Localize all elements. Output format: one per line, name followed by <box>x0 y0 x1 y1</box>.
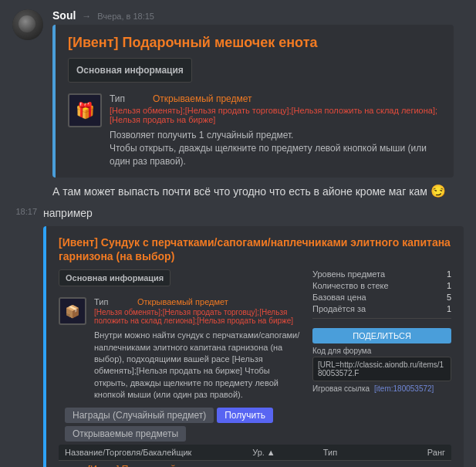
chat-area: Soul → Вчера, в 18:15 [Ивент] Подарочный… <box>0 0 476 467</box>
message-1: Soul → Вчера, в 18:15 [Ивент] Подарочный… <box>0 6 476 181</box>
tab-rewards[interactable]: Награды (Случайный предмет) <box>65 408 214 423</box>
game-link-label: Игровая ссылка <box>312 384 370 393</box>
description: Позволяет получить 1 случайный предмет. … <box>110 129 441 168</box>
type-label-2: Тип <box>94 297 133 306</box>
forum-code-label: Код для форума <box>312 347 451 355</box>
time-label: 18:17 <box>6 207 37 216</box>
embed-right: Уровень предмета 1 Количество в стеке 1 … <box>312 269 451 401</box>
divider <box>312 318 451 319</box>
text-naprimer: например <box>43 204 470 223</box>
col-header-name: Название/Торговля/Бакалейщик <box>65 448 241 457</box>
avatar-image <box>12 9 43 40</box>
message-content: Soul → Вчера, в 18:15 [Ивент] Подарочный… <box>52 9 464 178</box>
message-header: Soul → Вчера, в 18:15 <box>52 9 464 22</box>
count-value: 1 <box>447 281 451 290</box>
type-value-2: Открываемый предмет <box>137 297 228 306</box>
level-value: 1 <box>447 269 451 279</box>
level-row: Уровень предмета 1 <box>312 269 451 279</box>
message-timestamp: Вчера, в 18:15 <box>97 12 154 21</box>
embed-title-2: [Ивент] Сундук с перчатками/сапогами/нап… <box>59 235 451 263</box>
sell-value: 1 <box>447 304 451 313</box>
item-icon-1: 🎁 <box>68 93 102 127</box>
info-box-1: Основная информация <box>68 58 192 83</box>
restrictions: [Нельзя обменять];[Нельзя продать торгов… <box>110 106 441 124</box>
desc-line1: Позволяет получить 1 случайный предмет. <box>110 130 293 140</box>
row-item-name[interactable]: [Ивент] Подарочный мешочек енота <box>88 464 241 468</box>
desc-2: Внутри можно найти сундук с перчатками/с… <box>94 330 305 401</box>
col-level-text: Ур. ▲ <box>252 448 275 457</box>
item-details-2: 📦 Тип Открываемый предмет [Нельзя обменя… <box>59 297 305 401</box>
tabs-row: Награды (Случайный предмет) Получить <box>59 408 451 423</box>
embed-card-2: [Ивент] Сундук с перчатками/сапогами/нап… <box>43 226 464 467</box>
embed-card-1: [Ивент] Подарочный мешочек енота Основна… <box>52 25 454 178</box>
level-label: Уровень предмета <box>312 269 385 279</box>
col-header-level: Ур. ▲ <box>241 448 285 457</box>
table-row[interactable]: 🎁 [Ивент] Подарочный мешочек енота Торго… <box>59 461 451 468</box>
base-label: Базовая цена <box>312 293 366 302</box>
game-link-row: Игровая ссылка [item:180053572] <box>312 384 451 393</box>
subtab-openable[interactable]: Открываемые предметы <box>65 426 186 442</box>
type-label: Тип <box>110 93 148 104</box>
col-header-type: Тип <box>286 448 375 457</box>
avatar <box>12 9 43 40</box>
restrictions-row-2: [Нельзя обменять];[Нельзя продать торгов… <box>94 308 305 325</box>
base-value: 5 <box>447 293 451 302</box>
type-row-2: Тип Открываемый предмет <box>94 297 305 306</box>
embed-title-1: [Ивент] Подарочный мешочек енота <box>68 34 441 52</box>
subtab-row: Открываемые предметы <box>59 426 451 442</box>
col-header-rank: Ранг <box>374 448 445 457</box>
restrictions-row: [Нельзя обменять];[Нельзя продать торгов… <box>110 106 441 124</box>
restrictions-2: [Нельзя обменять];[Нельзя продать торгов… <box>94 308 305 325</box>
table-header: Название/Торговля/Бакалейщик Ур. ▲ Тип Р… <box>59 445 451 461</box>
items-table: Название/Торговля/Бакалейщик Ур. ▲ Тип Р… <box>59 445 451 468</box>
message-2-content: например [Ивент] Сундук с перчатками/сап… <box>43 204 470 467</box>
item-type-row: Тип Открываемый предмет <box>110 93 441 104</box>
row-name-wrap: [Ивент] Подарочный мешочек енота Торговл… <box>88 464 241 468</box>
forum-code-value[interactable]: [URL=http://classic.aiondb.ru/items/1800… <box>312 357 451 381</box>
item-details-1: 🎁 Тип Открываемый предмет [Нельзя обменя… <box>68 93 441 168</box>
type-value: Открываемый предмет <box>153 93 252 104</box>
message-2-text: А там может выпасть почти всё что угодно… <box>0 181 476 202</box>
embed-left: Основная информация 📦 Тип Открываемый пр… <box>59 269 305 401</box>
item-text-2: Тип Открываемый предмет [Нельзя обменять… <box>94 297 305 401</box>
count-label: Количество в стеке <box>312 281 389 290</box>
forward-icon: → <box>82 11 91 22</box>
text-part1: А там может выпасть почти всё что угодно… <box>52 185 427 198</box>
share-button[interactable]: ПОДЕЛИТЬСЯ <box>312 328 451 343</box>
item-icon-2: 📦 <box>59 297 86 325</box>
sell-label: Продаётся за <box>312 304 366 313</box>
embed-body-2: Основная информация 📦 Тип Открываемый пр… <box>59 269 451 401</box>
message-row-time: 18:17 например [Ивент] Сундук с перчатка… <box>0 202 476 467</box>
game-link-value[interactable]: [item:180053572] <box>374 384 434 393</box>
emoji-icon: 😏 <box>430 184 446 198</box>
base-row: Базовая цена 5 <box>312 293 451 302</box>
table-cell-name: 🎁 [Ивент] Подарочный мешочек енота Торго… <box>65 464 241 468</box>
desc-line2: Чтобы открыть, дважды щелкните по предме… <box>110 143 427 167</box>
sell-row: Продаётся за 1 <box>312 304 451 313</box>
count-row: Количество в стеке 1 <box>312 281 451 290</box>
item-text-1: Тип Открываемый предмет [Нельзя обменять… <box>110 93 441 168</box>
tab-receive[interactable]: Получить <box>217 408 273 423</box>
info-box-2: Основная информация <box>59 269 170 286</box>
username: Soul <box>52 9 76 22</box>
